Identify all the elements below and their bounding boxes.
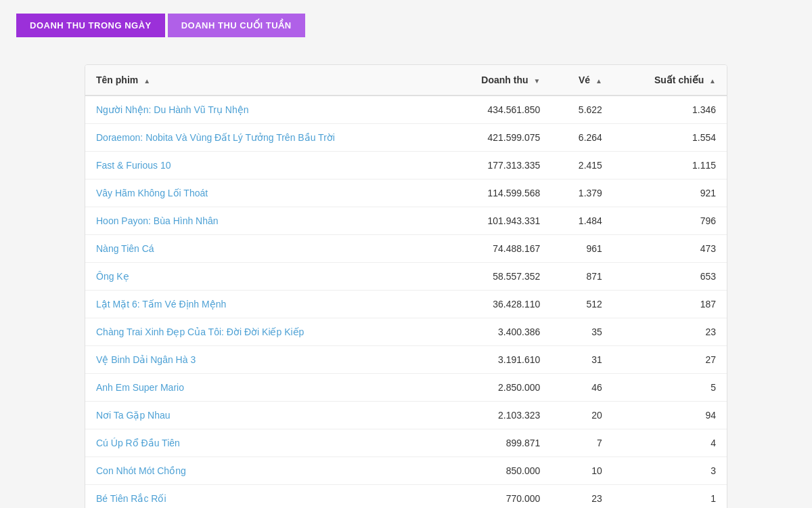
col-header-movie[interactable]: Tên phim ▲ [85,65,441,96]
cell-tickets: 5.622 [551,96,613,124]
cell-movie-name[interactable]: Anh Em Super Mario [85,374,441,402]
cell-revenue: 177.313.335 [441,152,551,179]
cell-movie-name[interactable]: Fast & Furious 10 [85,152,441,179]
cell-showtimes: 796 [613,207,727,235]
cell-movie-name[interactable]: Vây Hãm Không Lối Thoát [85,179,441,207]
sort-icon-movie: ▲ [143,77,150,85]
table-row: Anh Em Super Mario2.850.000465 [85,374,727,402]
cell-revenue: 36.428.110 [441,291,551,318]
cell-showtimes: 23 [613,318,727,346]
cell-movie-name[interactable]: Nàng Tiên Cá [85,235,441,263]
cell-movie-name[interactable]: Doraemon: Nobita Và Vùng Đất Lý Tưởng Tr… [85,124,441,152]
cell-movie-name[interactable]: Nơi Ta Gặp Nhau [85,402,441,429]
cell-revenue: 114.599.568 [441,179,551,207]
table-row: Lật Mặt 6: Tấm Vé Định Mệnh36.428.110512… [85,291,727,318]
cell-tickets: 2.415 [551,152,613,179]
cell-revenue: 850.000 [441,457,551,485]
table-header-row: Tên phim ▲ Doanh thu ▼ Vé ▲ Suất chiếu ▲ [85,65,727,96]
cell-movie-name[interactable]: Người Nhện: Du Hành Vũ Trụ Nhện [85,96,441,124]
cell-movie-name[interactable]: Ông Kẹ [85,263,441,291]
cell-showtimes: 653 [613,263,727,291]
tab-weekend[interactable]: DOANH THU CUỐI TUẦN [168,14,305,37]
cell-movie-name[interactable]: Vệ Binh Dải Ngân Hà 3 [85,346,441,374]
sort-icon-showtimes: ▲ [709,77,716,85]
table-row: Vây Hãm Không Lối Thoát114.599.5681.3799… [85,179,727,207]
table-row: Người Nhện: Du Hành Vũ Trụ Nhện434.561.8… [85,96,727,124]
cell-revenue: 3.191.610 [441,346,551,374]
cell-tickets: 31 [551,346,613,374]
cell-showtimes: 4 [613,429,727,457]
content-area: Tên phim ▲ Doanh thu ▼ Vé ▲ Suất chiếu ▲ [0,51,812,508]
cell-revenue: 421.599.075 [441,124,551,152]
cell-tickets: 6.264 [551,124,613,152]
cell-revenue: 770.000 [441,485,551,509]
cell-movie-name[interactable]: Lật Mặt 6: Tấm Vé Định Mệnh [85,291,441,318]
table-row: Cú Úp Rổ Đầu Tiên899.87174 [85,429,727,457]
cell-revenue: 58.557.352 [441,263,551,291]
table-row: Nơi Ta Gặp Nhau2.103.3232094 [85,402,727,429]
table-row: Chàng Trai Xinh Đẹp Của Tôi: Đời Đời Kiế… [85,318,727,346]
cell-revenue: 74.488.167 [441,235,551,263]
cell-tickets: 35 [551,318,613,346]
revenue-table: Tên phim ▲ Doanh thu ▼ Vé ▲ Suất chiếu ▲ [85,65,727,508]
cell-showtimes: 1.554 [613,124,727,152]
table-container: Tên phim ▲ Doanh thu ▼ Vé ▲ Suất chiếu ▲ [85,64,727,508]
cell-showtimes: 3 [613,457,727,485]
cell-revenue: 3.400.386 [441,318,551,346]
cell-showtimes: 1 [613,485,727,509]
sort-icon-tickets: ▲ [595,77,602,85]
table-row: Doraemon: Nobita Và Vùng Đất Lý Tưởng Tr… [85,124,727,152]
col-header-revenue[interactable]: Doanh thu ▼ [441,65,551,96]
cell-tickets: 20 [551,402,613,429]
cell-showtimes: 1.115 [613,152,727,179]
table-row: Hoon Payon: Bùa Hình Nhân101.943.3311.48… [85,207,727,235]
table-row: Vệ Binh Dải Ngân Hà 33.191.6103127 [85,346,727,374]
cell-tickets: 1.379 [551,179,613,207]
table-row: Nàng Tiên Cá74.488.167961473 [85,235,727,263]
header-tabs: DOANH THU TRONG NGÀY DOANH THU CUỐI TUẦN [0,0,812,51]
cell-revenue: 2.103.323 [441,402,551,429]
table-row: Fast & Furious 10177.313.3352.4151.115 [85,152,727,179]
cell-tickets: 961 [551,235,613,263]
cell-showtimes: 187 [613,291,727,318]
col-header-showtimes[interactable]: Suất chiếu ▲ [613,65,727,96]
cell-revenue: 2.850.000 [441,374,551,402]
cell-tickets: 23 [551,485,613,509]
cell-tickets: 7 [551,429,613,457]
cell-movie-name[interactable]: Cú Úp Rổ Đầu Tiên [85,429,441,457]
cell-tickets: 46 [551,374,613,402]
col-header-tickets[interactable]: Vé ▲ [551,65,613,96]
cell-tickets: 871 [551,263,613,291]
cell-revenue: 899.871 [441,429,551,457]
cell-tickets: 10 [551,457,613,485]
cell-movie-name[interactable]: Bé Tiên Rắc Rối [85,485,441,509]
cell-showtimes: 94 [613,402,727,429]
cell-movie-name[interactable]: Chàng Trai Xinh Đẹp Của Tôi: Đời Đời Kiế… [85,318,441,346]
tab-daily[interactable]: DOANH THU TRONG NGÀY [16,14,165,37]
cell-showtimes: 1.346 [613,96,727,124]
table-row: Ông Kẹ58.557.352871653 [85,263,727,291]
cell-movie-name[interactable]: Con Nhót Mót Chồng [85,457,441,485]
table-row: Bé Tiên Rắc Rối770.000231 [85,485,727,509]
cell-movie-name[interactable]: Hoon Payon: Bùa Hình Nhân [85,207,441,235]
cell-showtimes: 473 [613,235,727,263]
cell-showtimes: 921 [613,179,727,207]
cell-showtimes: 27 [613,346,727,374]
cell-tickets: 1.484 [551,207,613,235]
cell-showtimes: 5 [613,374,727,402]
table-row: Con Nhót Mót Chồng850.000103 [85,457,727,485]
sort-icon-revenue: ▼ [533,77,540,85]
cell-revenue: 434.561.850 [441,96,551,124]
cell-revenue: 101.943.331 [441,207,551,235]
cell-tickets: 512 [551,291,613,318]
